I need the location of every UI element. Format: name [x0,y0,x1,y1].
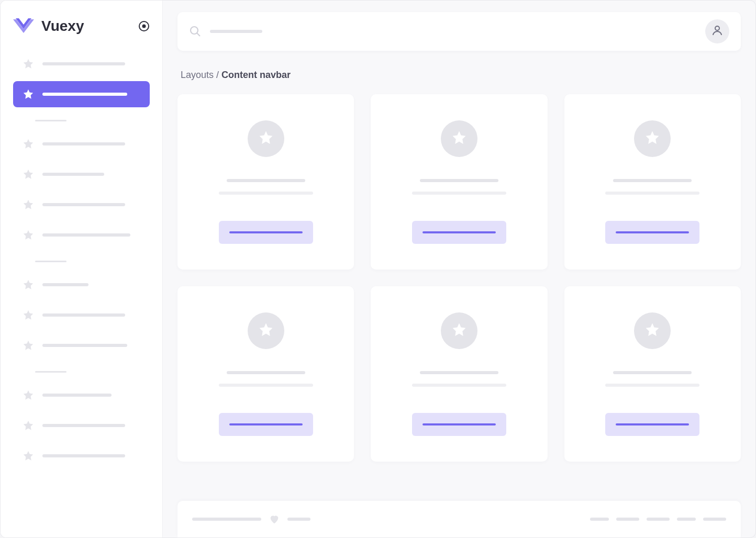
card-title [420,371,498,374]
brand-name: Vuexy [41,18,131,35]
content-card [177,94,354,270]
svg-line-3 [197,33,200,36]
star-icon [23,279,34,290]
star-icon [451,322,467,340]
card-button-label [229,231,303,233]
card-subtitle [412,192,506,195]
star-icon [23,450,34,462]
sidebar-item-label [42,233,130,237]
card-subtitle [605,192,699,195]
sidebar-item-label [42,203,125,206]
svg-point-4 [715,26,719,30]
sidebar-item[interactable] [13,192,150,218]
card-title [227,371,305,374]
card-icon-circle [634,312,671,349]
sidebar-item-label [42,394,112,397]
card-title [420,179,498,182]
content-card [371,94,547,270]
star-icon [23,389,34,401]
card-action-button[interactable] [219,413,313,436]
sidebar: Vuexy [1,1,163,537]
nav-section-header [35,261,66,262]
footer-link[interactable] [677,518,696,521]
sidebar-item[interactable] [13,81,150,107]
card-title [227,179,305,182]
sidebar-toggle-icon[interactable] [138,20,150,32]
footer-link[interactable] [647,518,670,521]
sidebar-item[interactable] [13,443,150,469]
sidebar-item[interactable] [13,382,150,408]
card-icon-circle [248,312,284,349]
card-button-label [616,231,689,233]
card-subtitle [605,384,699,387]
star-icon [451,130,467,148]
content-card [564,286,741,462]
sidebar-item-label [42,62,125,65]
sidebar-item[interactable] [13,161,150,187]
card-subtitle [219,384,313,387]
sidebar-item-label [42,173,104,176]
breadcrumb-parent[interactable]: Layouts [181,70,214,80]
star-icon [23,169,34,180]
star-icon [258,130,274,148]
card-icon-circle [441,120,477,157]
star-icon [23,88,34,100]
breadcrumb-current: Content navbar [221,70,291,80]
card-title [613,371,692,374]
card-button-label [616,423,689,425]
star-icon [644,130,660,148]
sidebar-item-label [42,344,127,347]
card-title [613,179,692,182]
content-card [564,94,741,270]
sidebar-item[interactable] [13,51,150,77]
card-action-button[interactable] [605,221,699,244]
star-icon [23,229,34,241]
card-subtitle [219,192,313,195]
svg-point-1 [142,25,146,28]
user-icon [711,24,724,39]
sidebar-item[interactable] [13,412,150,439]
footer-left [192,513,310,525]
svg-point-2 [191,27,198,34]
footer-link[interactable] [590,518,609,521]
brand-header: Vuexy [1,12,162,47]
sidebar-item-label [42,313,125,317]
sidebar-item[interactable] [13,332,150,358]
card-grid [177,94,741,472]
search-area[interactable] [189,25,705,38]
card-action-button[interactable] [219,221,313,244]
sidebar-item[interactable] [13,131,150,157]
brand-logo-icon [13,17,34,35]
footer-text [192,518,261,521]
card-icon-circle [441,312,477,349]
footer-link[interactable] [703,518,726,521]
star-icon [644,322,660,340]
card-icon-circle [634,120,671,157]
footer [177,501,741,537]
sidebar-item[interactable] [13,272,150,298]
sidebar-item[interactable] [13,302,150,328]
user-avatar[interactable] [705,19,729,43]
star-icon [23,138,34,150]
content-card [177,286,354,462]
sidebar-item[interactable] [13,222,150,248]
card-subtitle [412,384,506,387]
nav-section-header [35,371,66,373]
nav-section-header [35,120,66,121]
star-icon [258,322,274,340]
footer-right [590,518,726,521]
sidebar-item-label [42,283,88,286]
breadcrumb: Layouts / Content navbar [177,51,741,94]
card-button-label [229,423,303,425]
card-button-label [423,231,496,233]
card-action-button[interactable] [412,413,506,436]
star-icon [23,309,34,321]
footer-link[interactable] [616,518,639,521]
star-icon [23,58,34,70]
main-content: Layouts / Content navbar [163,1,755,537]
star-icon [23,340,34,351]
card-action-button[interactable] [412,221,506,244]
card-action-button[interactable] [605,413,699,436]
sidebar-item-label [42,93,127,96]
content-card [371,286,547,462]
